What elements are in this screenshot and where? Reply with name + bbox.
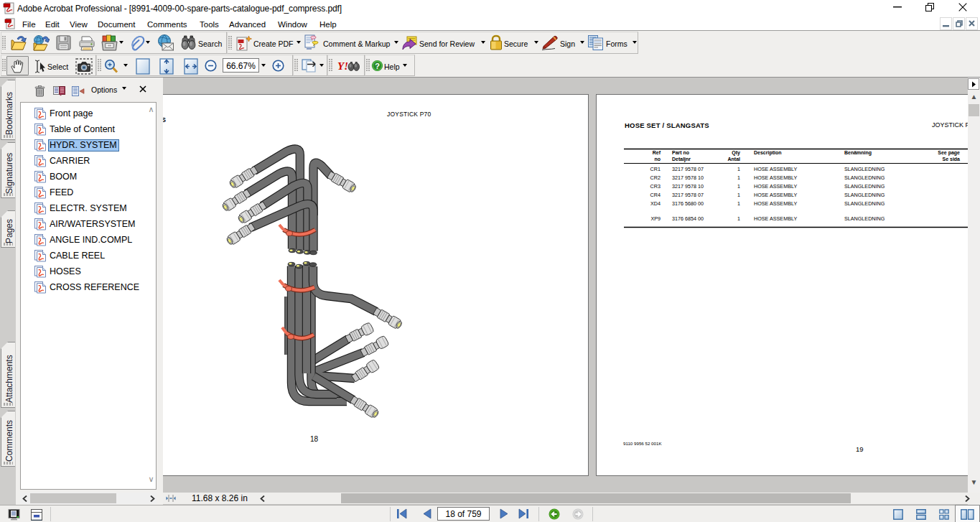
svg-text:3217 9578 07: 3217 9578 07 (672, 166, 704, 172)
svg-text:CR3: CR3 (650, 183, 661, 190)
svg-text:HOSE ASSEMBLY: HOSE ASSEMBLY (754, 183, 797, 190)
svg-text:19: 19 (856, 445, 864, 453)
svg-text:HOSE ASSEMBLY: HOSE ASSEMBLY (754, 174, 797, 181)
svg-text:no: no (654, 157, 661, 162)
svg-text:?: ? (375, 62, 380, 70)
svg-text:CR1: CR1 (650, 166, 661, 172)
svg-text:HOSE ASSEMBLY: HOSE ASSEMBLY (754, 166, 797, 172)
svg-text:HOSE ASSEMBLY: HOSE ASSEMBLY (754, 192, 797, 198)
svg-text:SLANGLEDNING: SLANGLEDNING (844, 192, 885, 198)
svg-text:SLANGLEDNING: SLANGLEDNING (844, 200, 885, 207)
svg-text:Description: Description (754, 150, 782, 156)
svg-text:JOYSTICK P70: JOYSTICK P70 (932, 121, 969, 129)
svg-text:3217 9578 07: 3217 9578 07 (672, 192, 704, 198)
svg-text:HOSE SET / SLANGSATS: HOSE SET / SLANGSATS (625, 121, 709, 129)
svg-text:CR2: CR2 (650, 174, 661, 181)
svg-text:SLANGLEDNING: SLANGLEDNING (844, 174, 885, 181)
svg-text:Qty: Qty (732, 150, 740, 156)
svg-text:1: 1 (737, 166, 740, 172)
svg-text:SLANGLEDNING: SLANGLEDNING (844, 183, 885, 190)
svg-text:1: 1 (737, 200, 740, 207)
svg-text:JOYSTICK P70: JOYSTICK P70 (387, 111, 431, 118)
svg-text:Ref: Ref (653, 150, 661, 155)
svg-text:SLANGLEDNING: SLANGLEDNING (844, 166, 885, 172)
svg-text:Antal: Antal (728, 157, 741, 162)
svg-text:3176 5680 00: 3176 5680 00 (672, 200, 704, 207)
svg-text:1: 1 (737, 174, 740, 181)
svg-text:See page: See page (938, 150, 960, 156)
svg-text:SLANGLEDNING: SLANGLEDNING (844, 215, 885, 222)
svg-text:Benämning: Benämning (844, 150, 872, 156)
svg-text:Part no: Part no (672, 150, 689, 155)
svg-text:HOSE ASSEMBLY: HOSE ASSEMBLY (754, 200, 797, 207)
svg-text:3217 9578 10: 3217 9578 10 (672, 174, 704, 181)
svg-text:HOSE ASSEMBLY: HOSE ASSEMBLY (754, 215, 797, 222)
svg-text:Se sida: Se sida (942, 157, 960, 162)
svg-text:CR4: CR4 (650, 192, 661, 198)
svg-text:3217 9578 10: 3217 9578 10 (672, 183, 704, 190)
svg-text:18: 18 (310, 435, 319, 443)
svg-text:1: 1 (737, 192, 740, 198)
svg-text:1: 1 (737, 215, 740, 222)
svg-text:Detaljnr: Detaljnr (672, 157, 691, 162)
svg-text:9110 9956 52 001K: 9110 9956 52 001K (623, 441, 662, 446)
svg-text:XD4: XD4 (650, 200, 661, 207)
svg-text:3176 6854 00: 3176 6854 00 (672, 215, 704, 222)
svg-text:1: 1 (737, 183, 740, 190)
svg-text:XP9: XP9 (650, 215, 661, 222)
svg-text:Y!: Y! (337, 60, 348, 72)
